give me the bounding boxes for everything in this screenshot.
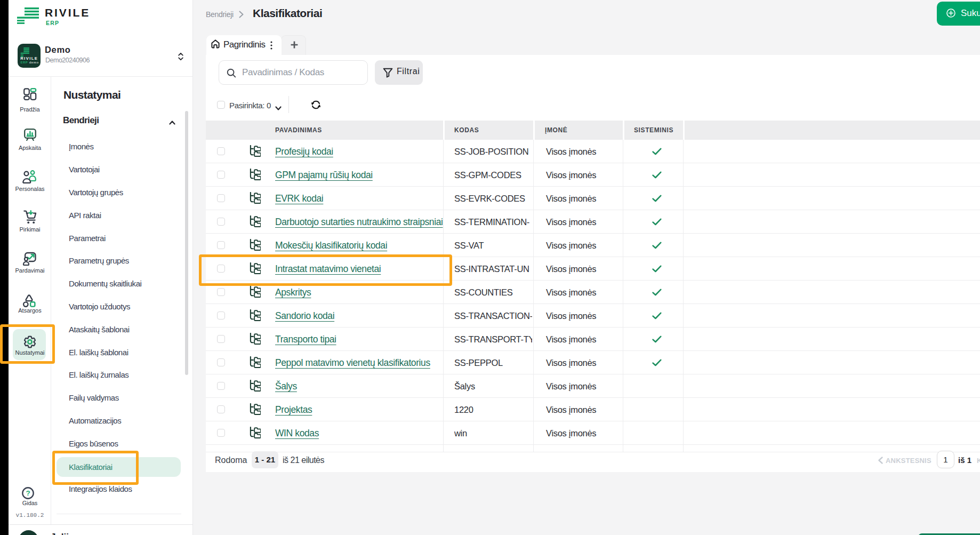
svg-text:ERP demo: ERP demo: [20, 61, 39, 64]
svg-text:RIVILE: RIVILE: [20, 56, 38, 61]
svg-text:?: ?: [26, 489, 30, 497]
